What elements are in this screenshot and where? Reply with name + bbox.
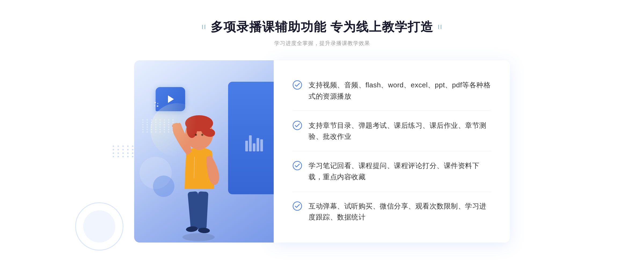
feature-item-2: 支持章节目录、弹题考试、课后练习、课后作业、章节测验、批改作业 [292, 116, 491, 147]
title-dots-left: ⁞⁞ [202, 24, 206, 31]
divider-3 [292, 192, 491, 192]
check-icon-3 [292, 161, 302, 170]
svg-rect-2 [196, 191, 208, 229]
header-section: ⁞⁞ 多项录播课辅助功能 专为线上教学打造 ⁞⁞ 学习进度全掌握，提升录播课教学… [202, 19, 443, 47]
deco-circle-outer [75, 202, 123, 251]
check-icon-2 [292, 121, 302, 130]
feature-item-3: 学习笔记回看、课程提问、课程评论打分、课件资料下载，重点内容收藏 [292, 156, 491, 187]
bg-left-deco [113, 146, 135, 157]
page-subtitle: 学习进度全掌握，提升录播课教学效果 [274, 40, 370, 47]
feature-item-1: 支持视频、音频、flash、word、excel、ppt、pdf等各种格式的资源… [292, 75, 491, 106]
content-section: 支持视频、音频、flash、word、excel、ppt、pdf等各种格式的资源… [134, 60, 510, 243]
main-content: › › [134, 60, 510, 243]
svg-point-17 [293, 202, 302, 210]
page-wrapper: ⁞⁞ 多项录播课辅助功能 专为线上教学打造 ⁞⁞ 学习进度全掌握，提升录播课教学… [0, 8, 644, 253]
feature-text-2: 支持章节目录、弹题考试、课后练习、课后作业、章节测验、批改作业 [309, 120, 491, 142]
title-dots-right: ⁞⁞ [438, 24, 442, 31]
svg-point-0 [182, 233, 215, 241]
feature-item-4: 互动弹幕、试听购买、微信分享、观看次数限制、学习进度跟踪、数据统计 [292, 196, 491, 227]
svg-point-16 [293, 161, 302, 170]
page-title: 多项录播课辅助功能 专为线上教学打造 [211, 19, 434, 35]
sparkle-dots [154, 102, 158, 107]
deco-bar-5 [260, 139, 263, 151]
right-panel: 支持视频、音频、flash、word、excel、ppt、pdf等各种格式的资源… [274, 60, 510, 243]
check-icon-1 [292, 80, 302, 90]
left-panel [134, 60, 274, 243]
title-row: ⁞⁞ 多项录播课辅助功能 专为线上教学打造 ⁞⁞ [202, 19, 443, 35]
deco-bar-3 [253, 143, 255, 151]
svg-point-14 [293, 81, 302, 89]
check-icon-4 [292, 201, 302, 211]
feature-text-4: 互动弹幕、试听购买、微信分享、观看次数限制、学习进度跟踪、数据统计 [309, 201, 491, 223]
feature-text-1: 支持视频、音频、flash、word、excel、ppt、pdf等各种格式的资源… [309, 80, 491, 102]
deco-bar-4 [257, 138, 259, 151]
divider-1 [292, 111, 491, 111]
svg-point-15 [293, 121, 302, 130]
divider-2 [292, 151, 491, 151]
feature-text-3: 学习笔记回看、课程提问、课程评论打分、课件资料下载，重点内容收藏 [309, 160, 491, 182]
